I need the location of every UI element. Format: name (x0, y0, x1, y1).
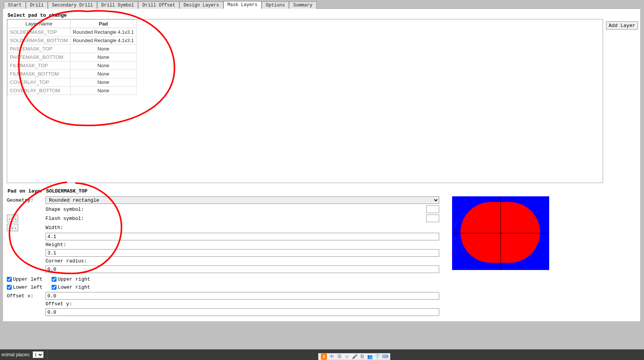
ime-softkbd-icon[interactable]: ⌨ (382, 354, 388, 359)
tab-drill[interactable]: Drill (26, 2, 48, 9)
lower-left-checkbox[interactable] (7, 285, 12, 290)
decimal-places-label: ecimal places: (2, 352, 30, 357)
ime-skin-icon[interactable]: 👕 (375, 354, 380, 359)
col-header-layer[interactable]: Layer Name (8, 20, 71, 28)
tab-drill-offset[interactable]: Drill Offset (138, 2, 179, 9)
corner-radius-input[interactable] (46, 265, 439, 273)
cell-layer[interactable]: FILMMASK_BOTTOM (8, 70, 71, 78)
table-row[interactable]: PASTEMASK_TOP None (8, 45, 137, 53)
tab-mask-layers[interactable]: Mask Layers (223, 1, 262, 9)
section-title-select-pad: Select pad to change (8, 13, 638, 18)
form-title-prefix: Pad on layer (8, 188, 46, 194)
tab-options[interactable]: Options (262, 2, 289, 9)
height-label: Height: (46, 242, 425, 248)
cell-pad[interactable]: Rounded Rectangle 4.1x3.1 (70, 28, 136, 36)
ime-punct-icon[interactable]: ⦿ (337, 354, 342, 359)
cell-layer[interactable]: FILMMASK_TOP (8, 62, 71, 70)
add-layer-button[interactable]: Add Layer (606, 21, 638, 30)
ime-voice-icon[interactable]: 🎤 (352, 354, 357, 359)
cell-pad[interactable]: Rounded Rectangle 4.1x3.1 (70, 36, 136, 45)
ime-login-icon[interactable]: 👥 (367, 354, 372, 359)
upper-right-checkbox[interactable] (52, 277, 57, 282)
lower-left-checkbox-label[interactable]: Lower left (7, 284, 42, 290)
cell-pad[interactable]: None (70, 53, 136, 62)
cell-layer[interactable]: SOLDERMASK_BOTTOM (8, 36, 71, 45)
table-row[interactable]: COVERLAY_BOTTOM None (8, 87, 137, 95)
offset-y-label: Offset y: (46, 301, 425, 307)
offset-x-label: Offset x: (7, 293, 44, 299)
col-header-pad[interactable]: Pad (70, 20, 136, 28)
table-row[interactable]: SOLDERMASK_TOP Rounded Rectangle 4.1x3.1 (8, 28, 137, 36)
upper-left-text: Upper left (13, 276, 42, 282)
table-row[interactable]: COVERLAY_TOP None (8, 78, 137, 87)
section-title-pad-on-layer: Pad on layer SOLDERMASK_TOP (8, 188, 638, 194)
statusbar-divider (47, 349, 48, 360)
geometry-select[interactable]: Rounded rectangle (46, 196, 439, 204)
main-panel: Select pad to change Layer Name Pad SOLD… (3, 8, 640, 321)
upper-left-checkbox-label[interactable]: Upper left (7, 276, 42, 282)
cell-pad[interactable]: None (70, 62, 136, 70)
shape-symbol-input[interactable] (426, 205, 439, 213)
tab-summary[interactable]: Summary (289, 2, 316, 9)
lower-right-text: Lower right (58, 284, 90, 290)
flash-symbol-input[interactable] (426, 215, 439, 222)
table-row[interactable]: FILMMASK_TOP None (8, 62, 137, 70)
cell-layer[interactable]: PASTEMASK_BOTTOM (8, 53, 71, 62)
width-label: Width: (46, 225, 425, 231)
cell-pad[interactable]: None (70, 78, 136, 87)
tab-start[interactable]: Start (4, 2, 26, 9)
lower-right-checkbox-label[interactable]: Lower right (52, 284, 90, 290)
flash-symbol-label: Flash symbol: (46, 216, 425, 221)
lower-left-text: Lower left (13, 284, 42, 290)
form-title-layer: SOLDERMASK_TOP (46, 188, 87, 194)
shape-symbol-label: Shape symbol: (46, 207, 425, 212)
tab-drill-symbol[interactable]: Drill Symbol (97, 2, 138, 9)
table-row[interactable]: PASTEMASK_BOTTOM None (8, 53, 137, 62)
decimal-places-select[interactable]: 1 (33, 351, 44, 358)
table-row[interactable]: SOLDERMASK_BOTTOM Rounded Rectangle 4.1x… (8, 36, 137, 45)
tab-design-layers[interactable]: Design Layers (179, 2, 223, 9)
ime-tray[interactable]: S 中 ⦿ ☺ 🎤 🖻 👥 👕 ⌨ (318, 353, 390, 360)
upper-right-checkbox-label[interactable]: Upper right (52, 276, 90, 282)
upper-right-text: Upper right (58, 276, 90, 282)
pad-table: Layer Name Pad SOLDERMASK_TOP Rounded Re… (7, 19, 137, 95)
cell-layer[interactable]: COVERLAY_TOP (8, 78, 71, 87)
tab-secondary-drill[interactable]: Secondary Drill (48, 2, 97, 9)
cell-layer[interactable]: PASTEMASK_TOP (8, 45, 71, 53)
offset-x-input[interactable] (46, 292, 439, 300)
ime-emoji-icon[interactable]: ☺ (344, 354, 350, 359)
ime-screenshot-icon[interactable]: 🖻 (360, 354, 365, 359)
sogou-icon[interactable]: S (321, 354, 327, 360)
cell-pad[interactable]: None (70, 87, 136, 95)
upper-left-checkbox[interactable] (7, 277, 12, 282)
cell-pad[interactable]: None (70, 45, 136, 53)
corner-radius-label: Corner radius: (46, 258, 425, 264)
table-row[interactable]: FILMMASK_BOTTOM None (8, 70, 137, 78)
cell-pad[interactable]: None (70, 70, 136, 78)
crosshair-vertical (501, 196, 501, 270)
offset-y-input[interactable] (46, 308, 439, 316)
geometry-label: Geometry: (7, 197, 44, 203)
pad-table-container: Layer Name Pad SOLDERMASK_TOP Rounded Re… (7, 19, 603, 183)
height-input[interactable] (46, 249, 439, 257)
ime-mode-icon[interactable]: 中 (329, 354, 335, 359)
pad-form: Geometry: Rounded rectangle Shape symbol… (7, 196, 439, 317)
pad-preview (452, 196, 549, 270)
width-input[interactable] (46, 233, 439, 240)
shape-symbol-browse-button[interactable]: ... (7, 215, 18, 222)
lower-right-checkbox[interactable] (52, 285, 57, 290)
cell-layer[interactable]: SOLDERMASK_TOP (8, 28, 71, 36)
cell-layer[interactable]: COVERLAY_BOTTOM (8, 87, 71, 95)
flash-symbol-browse-button[interactable]: ... (7, 224, 18, 231)
tab-strip: Start Drill Secondary Drill Drill Symbol… (0, 0, 644, 8)
